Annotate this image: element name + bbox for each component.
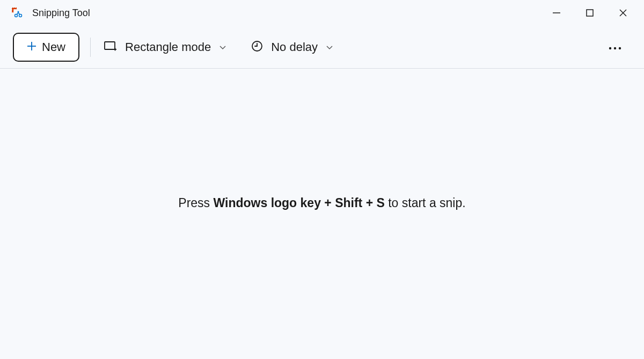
title-left: Snipping Tool <box>11 6 90 19</box>
svg-point-16 <box>609 47 611 49</box>
mode-dropdown[interactable]: Rectangle mode <box>101 36 229 58</box>
title-bar: Snipping Tool <box>0 0 644 26</box>
minimize-button[interactable] <box>540 0 573 26</box>
close-button[interactable] <box>606 0 640 26</box>
rectangle-mode-icon <box>104 40 118 54</box>
plus-icon <box>27 40 36 54</box>
minimize-icon <box>552 9 561 17</box>
svg-point-17 <box>614 47 616 49</box>
ellipsis-icon <box>609 47 621 50</box>
toolbar: New Rectangle mode <box>0 26 644 69</box>
svg-point-1 <box>19 14 22 17</box>
snipping-tool-icon <box>11 6 24 19</box>
content-area: Press Windows logo key + Shift + S to st… <box>0 69 644 359</box>
hint-text: Press Windows logo key + Shift + S to st… <box>178 196 465 210</box>
more-options-button[interactable] <box>602 36 628 58</box>
maximize-button[interactable] <box>573 0 606 26</box>
toolbar-left: New Rectangle mode <box>13 33 336 62</box>
svg-point-18 <box>619 47 621 49</box>
toolbar-divider <box>90 38 91 57</box>
mode-dropdown-label: Rectangle mode <box>125 40 211 54</box>
hint-keys: Windows logo key + Shift + S <box>214 196 385 210</box>
close-icon <box>619 9 627 17</box>
chevron-down-icon <box>325 43 334 52</box>
svg-rect-5 <box>587 10 593 16</box>
app-title: Snipping Tool <box>32 8 90 19</box>
delay-dropdown-label: No delay <box>271 40 318 54</box>
clock-icon <box>251 40 264 55</box>
chevron-down-icon <box>218 43 227 52</box>
svg-point-0 <box>15 14 18 17</box>
hint-prefix: Press <box>178 196 213 210</box>
hint-suffix: to start a snip. <box>385 196 466 210</box>
new-button[interactable]: New <box>13 33 79 62</box>
delay-dropdown[interactable]: No delay <box>248 35 336 59</box>
new-button-label: New <box>42 40 65 54</box>
window-controls <box>540 0 640 26</box>
svg-rect-10 <box>105 42 115 49</box>
maximize-icon <box>586 9 594 17</box>
